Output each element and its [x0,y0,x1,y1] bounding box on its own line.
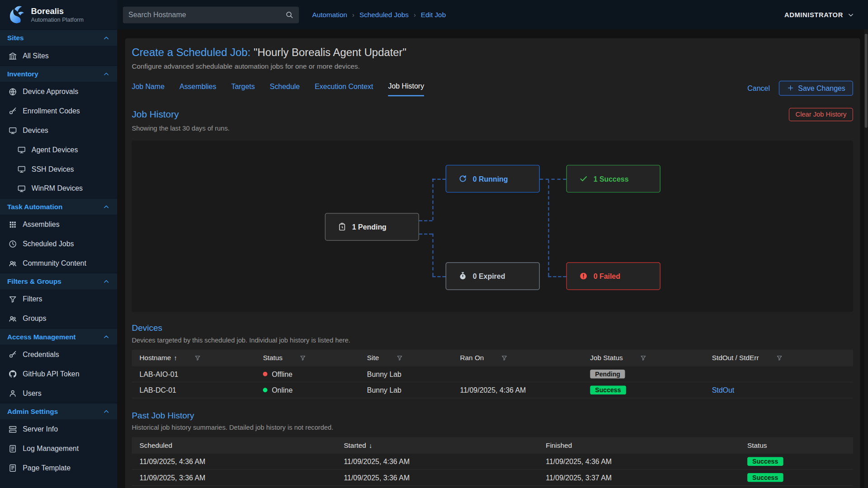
user-menu-label: ADMINISTRATOR [784,11,843,19]
sidebar-item-groups[interactable]: Groups [0,309,118,328]
table-row[interactable]: 11/09/2025, 3:36 AM 11/09/2025, 3:36 AM … [132,470,853,486]
user-menu[interactable]: ADMINISTRATOR [784,11,855,19]
status-badge: Pending [590,370,625,379]
hostname-cell: LAB-DC-01 [132,386,255,394]
node-label: 0 Running [473,174,508,183]
sidebar-item-enrollment-codes[interactable]: Enrollment Codes [0,101,118,121]
item-label: Credentials [23,350,59,358]
sort-desc-icon[interactable]: ↓ [369,441,372,449]
sidebar-section-inventory[interactable]: Inventory [0,65,118,82]
search-box[interactable] [123,6,299,23]
cancel-button[interactable]: Cancel [747,84,770,92]
vertical-scrollbar[interactable] [864,29,868,488]
column-header-started[interactable]: Started ↓ [336,441,538,449]
filter-icon[interactable] [501,355,508,361]
table-row[interactable]: 11/09/2025, 4:36 AM 11/09/2025, 4:36 AM … [132,454,853,470]
stdout-link[interactable]: StdOut [712,386,735,394]
status-badge: Success [590,385,626,394]
table-row[interactable]: LAB-DC-01 Online Bunny Lab 11/09/2025, 4… [132,382,853,399]
item-label: Devices [23,126,48,134]
section-label: Sites [7,34,24,42]
item-label: Assemblies [23,220,59,228]
sidebar-item-users[interactable]: Users [0,384,118,403]
sidebar-section-access-management[interactable]: Access Management [0,328,118,345]
tab-actions: Cancel Save Changes [747,80,853,95]
globe-icon [8,87,17,96]
flow-node-failed[interactable]: 0 Failed [566,262,660,290]
monitor-icon [17,145,26,154]
sidebar-item-page-template[interactable]: Page Template [0,458,118,478]
sidebar-item-scheduled-jobs[interactable]: Scheduled Jobs [0,234,118,253]
sidebar-item-winrm-devices[interactable]: WinRM Devices [0,179,118,198]
sidebar-section-filters-groups[interactable]: Filters & Groups [0,273,118,290]
key-icon [8,350,17,359]
filter-icon[interactable] [776,355,783,361]
sidebar-section-admin-settings[interactable]: Admin Settings [0,403,118,419]
github-icon [8,369,17,378]
column-header-stdout-stderr[interactable]: StdOut / StdErr [704,354,853,362]
sidebar-item-community-content[interactable]: Community Content [0,253,118,273]
column-header-hostname[interactable]: Hostname ↑ [132,354,255,362]
table-row[interactable]: LAB-AIO-01 Offline Bunny Lab Pending [132,366,853,383]
column-header-status[interactable]: Status [255,354,359,362]
ran-on-cell: 11/09/2025, 4:36 AM [452,386,582,394]
sort-asc-icon[interactable]: ↑ [174,354,177,362]
node-label: 0 Expired [473,272,505,280]
table-row[interactable]: 11/09/2025, 2:36 AM 11/09/2025, 2:36 AM … [132,486,853,488]
connector-running-failed [548,276,566,277]
job-status-flow: 1 Pending 0 Running 1 Success 0 Expired … [132,141,853,312]
sidebar-item-credentials[interactable]: Credentials [0,345,118,364]
sidebar-item-all-sites[interactable]: All Sites [0,46,118,66]
breadcrumb-automation[interactable]: Automation [312,11,347,19]
column-header-finished[interactable]: Finished [538,441,740,449]
flow-node-expired[interactable]: 0 Expired [446,262,540,290]
sidebar-item-filters[interactable]: Filters [0,289,118,309]
tab-job-history[interactable]: Job History [388,80,424,96]
item-label: Filters [23,295,42,303]
status-cell: Success [740,457,853,466]
sidebar-item-devices[interactable]: Devices [0,121,118,140]
save-button-label: Save Changes [798,84,845,92]
column-header-ran-on[interactable]: Ran On [452,354,582,362]
sidebar-item-server-info[interactable]: Server Info [0,419,118,439]
clipboard-clock-icon [338,222,347,231]
search-icon[interactable] [285,10,293,19]
column-header-site[interactable]: Site [359,354,453,362]
breadcrumb: Automation › Scheduled Jobs › Edit Job [312,11,446,19]
tab-assemblies[interactable]: Assemblies [179,80,216,96]
flow-node-running[interactable]: 0 Running [446,165,540,192]
breadcrumb-scheduled-jobs[interactable]: Scheduled Jobs [359,11,409,19]
sidebar-item-agent-devices[interactable]: Agent Devices [0,140,118,160]
column-header-status[interactable]: Status [740,441,853,449]
past-jobs-table-header: Scheduled Started ↓ Finished Status [132,437,853,454]
brand-block[interactable]: Borealis Automation Platform [0,0,118,29]
sidebar-section-sites[interactable]: Sites [0,29,118,46]
sidebar-item-log-management[interactable]: Log Management [0,439,118,458]
sidebar-section-task-automation[interactable]: Task Automation [0,198,118,215]
sidebar-item-assemblies[interactable]: Assemblies [0,215,118,234]
save-changes-button[interactable]: Save Changes [779,80,853,95]
site-cell: Bunny Lab [359,386,453,394]
tab-targets[interactable]: Targets [231,80,255,96]
breadcrumb-edit-job[interactable]: Edit Job [421,11,446,19]
filter-icon[interactable] [640,355,647,361]
clear-job-history-button[interactable]: Clear Job History [789,108,853,121]
tab-schedule[interactable]: Schedule [270,80,300,96]
tab-execution-context[interactable]: Execution Context [315,80,373,96]
tab-job-name[interactable]: Job Name [132,80,165,96]
filter-icon[interactable] [396,355,403,361]
sidebar-item-github-api-token[interactable]: GitHub API Token [0,364,118,384]
site-cell: Bunny Lab [359,370,453,378]
sidebar-item-ssh-devices[interactable]: SSH Devices [0,160,118,179]
scrollbar-thumb[interactable] [865,34,868,128]
filter-icon[interactable] [300,355,307,361]
brand-text: Borealis Automation Platform [31,7,84,23]
flow-node-pending[interactable]: 1 Pending [325,213,419,240]
filter-icon[interactable] [194,355,201,361]
flow-node-success[interactable]: 1 Success [566,165,660,192]
chevron-up-icon [103,408,110,415]
column-header-scheduled[interactable]: Scheduled [132,441,336,449]
search-input[interactable] [128,10,285,19]
sidebar-item-device-approvals[interactable]: Device Approvals [0,82,118,101]
column-header-job-status[interactable]: Job Status [582,354,704,362]
